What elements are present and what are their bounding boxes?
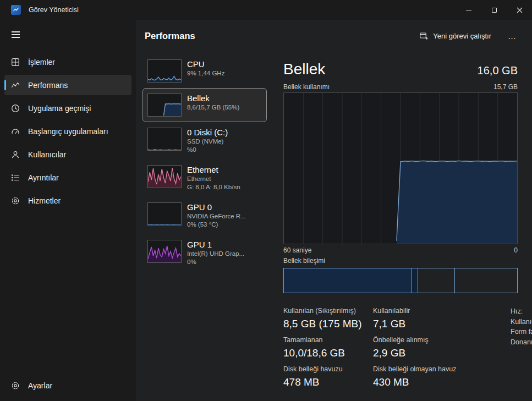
- stat-in-use: Kullanılan (Sıkıştırılmış) 8,5 GB (175 M…: [283, 306, 373, 331]
- detail-title: Bellek: [283, 61, 325, 78]
- sidebar-item-processes[interactable]: İşlemler: [4, 52, 131, 72]
- stat-available: Kullanılabilir 7,1 GB: [373, 306, 511, 331]
- sidebar-item-label: İşlemler: [28, 58, 55, 67]
- page-title: Performans: [145, 31, 195, 41]
- perf-item-memory[interactable]: Bellek 8,6/15,7 GB (55%): [142, 88, 267, 122]
- perf-item-detail: G: 8,0 A: 8,0 Kb/sn: [187, 183, 240, 191]
- sidebar: İşlemler Performans Uygulama geçmişi Baş…: [0, 20, 136, 401]
- perf-item-detail: 9% 1,44 GHz: [187, 69, 224, 78]
- perf-item-ethernet[interactable]: Ethernet Ethernet G: 8,0 A: 8,0 Kb/sn: [142, 160, 267, 197]
- memory-usage-label: Bellek kullanımı: [283, 83, 330, 91]
- x-axis-right-label: 0: [514, 246, 518, 254]
- stat-speed-label: Hız:: [511, 307, 532, 315]
- run-new-task-label: Yeni görevi çalıştır: [433, 32, 491, 40]
- perf-item-detail: 8,6/15,7 GB (55%): [187, 103, 239, 112]
- close-button[interactable]: [507, 0, 532, 20]
- perf-item-name: 0 Diski (C:): [187, 128, 228, 138]
- memory-composition-bar[interactable]: [283, 268, 518, 293]
- more-options-button[interactable]: …: [501, 28, 523, 44]
- sidebar-item-label: Uygulama geçmişi: [28, 104, 91, 113]
- perf-item-name: Bellek: [187, 94, 239, 103]
- sidebar-item-performance[interactable]: Performans: [4, 75, 131, 95]
- main-pane: Performans Yeni görevi çalıştır … CPU: [136, 20, 532, 401]
- maximize-button[interactable]: [481, 0, 507, 20]
- users-icon: [11, 150, 20, 159]
- ethernet-mini-graph: [147, 165, 182, 188]
- app-history-icon: [11, 104, 20, 113]
- title-bar: Görev Yöneticisi: [0, 0, 532, 20]
- gpu1-mini-graph: [147, 240, 182, 263]
- services-icon: [11, 196, 20, 205]
- sidebar-item-users[interactable]: Kullanıcılar: [4, 144, 131, 164]
- window-title: Görev Yöneticisi: [29, 6, 79, 14]
- perf-item-detail: Intel(R) UHD Grap...: [187, 250, 244, 258]
- task-manager-window: Görev Yöneticisi İşlemler Perfor: [0, 0, 532, 401]
- memory-mini-graph: [147, 94, 182, 117]
- cpu-mini-graph: [147, 59, 182, 83]
- composition-segment-standby: [418, 268, 454, 293]
- processes-icon: [11, 58, 20, 67]
- header-actions: Yeni görevi çalıştır …: [413, 28, 523, 44]
- perf-item-detail: %0: [187, 146, 228, 154]
- performance-icon: [11, 81, 20, 90]
- gpu0-mini-graph: [147, 202, 182, 226]
- sidebar-item-settings[interactable]: Ayarlar: [4, 375, 131, 395]
- sidebar-item-label: Ayarlar: [28, 381, 52, 390]
- stat-non-paged-pool: Disk belleği olmayan havuz 430 MB: [373, 365, 511, 389]
- disk-mini-graph: [147, 128, 182, 151]
- perf-item-cpu[interactable]: CPU 9% 1,44 GHz: [142, 54, 267, 88]
- memory-hardware-stats: Hız: 5200 MT/s Kullanılan yuvalar: 2 / 2…: [511, 306, 532, 394]
- performance-list: CPU 9% 1,44 GHz Bellek 8,6/15,7 GB (55%): [142, 52, 267, 401]
- sidebar-item-label: Kullanıcılar: [28, 150, 66, 159]
- composition-segment-free: [454, 268, 517, 293]
- perf-item-name: Ethernet: [187, 165, 240, 175]
- perf-item-detail: 0% (53 °C): [187, 221, 246, 229]
- perf-item-disk[interactable]: 0 Diski (C:) SSD (NVMe) %0: [142, 122, 267, 160]
- perf-item-detail: Ethernet: [187, 175, 240, 183]
- sidebar-item-details[interactable]: Ayrıntılar: [4, 167, 131, 188]
- run-new-task-button[interactable]: Yeni görevi çalıştır: [413, 28, 498, 44]
- app-icon: [11, 5, 21, 15]
- memory-detail-pane: Bellek 16,0 GB Bellek kullanımı 15,7 GB …: [267, 52, 532, 401]
- stat-paged-pool: Disk belleği havuzu 478 MB: [283, 365, 373, 389]
- perf-item-name: GPU 1: [187, 240, 244, 250]
- sidebar-item-startup-apps[interactable]: Başlangıç uygulamaları: [4, 121, 131, 141]
- total-memory-value: 16,0 GB: [478, 64, 518, 77]
- x-axis-left-label: 60 saniye: [283, 246, 311, 254]
- gear-icon: [11, 381, 20, 390]
- memory-usage-chart[interactable]: [283, 92, 518, 244]
- composition-segment-in-use: [284, 268, 412, 293]
- details-icon: [11, 173, 20, 182]
- stat-cached: Önbelleğe alınmış 2,9 GB: [373, 336, 511, 360]
- new-task-icon: [419, 31, 428, 40]
- close-icon: [517, 7, 523, 13]
- memory-composition-label: Bellek bileşimi: [283, 257, 518, 265]
- minimize-icon: [466, 10, 471, 10]
- perf-item-detail: 0%: [187, 258, 244, 266]
- sidebar-item-app-history[interactable]: Uygulama geçmişi: [4, 98, 131, 118]
- memory-stats: Kullanılan (Sıkıştırılmış) 8,5 GB (175 M…: [283, 306, 518, 394]
- sidebar-item-services[interactable]: Hizmetler: [4, 190, 131, 211]
- hamburger-menu-button[interactable]: [6, 25, 26, 44]
- startup-icon: [11, 127, 20, 136]
- minimize-button[interactable]: [456, 0, 481, 20]
- stat-hw-reserved-label: Donanıma ayrılmış:: [511, 338, 532, 346]
- sidebar-item-label: Başlangıç uygulamaları: [28, 127, 108, 136]
- sidebar-item-label: Performans: [28, 81, 68, 90]
- sidebar-item-label: Hizmetler: [28, 196, 61, 205]
- perf-item-name: CPU: [187, 59, 224, 69]
- composition-segment-modified: [412, 268, 417, 293]
- perf-item-gpu0[interactable]: GPU 0 NVIDIA GeForce R... 0% (53 °C): [142, 197, 267, 234]
- perf-item-gpu1[interactable]: GPU 1 Intel(R) UHD Grap... 0%: [142, 234, 267, 272]
- stat-form-factor-label: Form faktörü:: [511, 328, 532, 336]
- maximize-icon: [492, 8, 497, 13]
- perf-item-detail: NVIDIA GeForce R...: [187, 212, 246, 221]
- memory-usage-max: 15,7 GB: [493, 83, 518, 91]
- perf-item-detail: SSD (NVMe): [187, 138, 228, 146]
- stat-committed: Tamamlanan 10,0/18,6 GB: [283, 336, 373, 360]
- perf-item-name: GPU 0: [187, 202, 246, 212]
- stat-slots-label: Kullanılan yuvalar:: [511, 318, 532, 326]
- page-header: Performans Yeni görevi çalıştır …: [136, 20, 532, 52]
- sidebar-item-label: Ayrıntılar: [28, 173, 59, 182]
- caption-buttons: [456, 0, 532, 20]
